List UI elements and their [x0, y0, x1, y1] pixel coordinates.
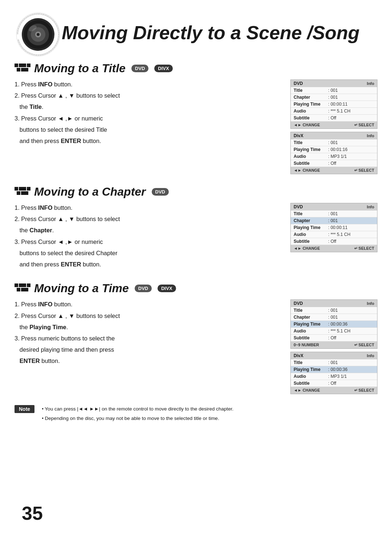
infobox-dvd-3-row-time: Playing Time : 00:00:36: [291, 321, 377, 328]
infobox-dvd-2-footer: ◄► CHANGE ↵ SELECT: [291, 245, 377, 252]
svg-rect-17: [19, 187, 23, 191]
infobox-dvd-2: DVD Info Title : 001 Chapter : 001 Playi…: [290, 203, 377, 252]
infobox-divx-3-type: DivX: [294, 353, 303, 358]
infobox-dvd-1-footer: ◄► CHANGE ↵ SELECT: [291, 122, 377, 128]
infobox-divx-3-row-audio: Audio : MP3 1/1: [291, 373, 377, 380]
svg-rect-25: [17, 288, 20, 291]
infobox-dvd-1-header: DVD Info: [291, 80, 377, 87]
badge-divx-1: DIVX: [154, 65, 172, 72]
infobox-divx-1-row-subtitle: Subtitle : Off: [291, 160, 377, 167]
svg-rect-19: [21, 191, 25, 195]
section-3-icon: [15, 283, 30, 294]
section-1-icon: [15, 64, 30, 74]
infobox-dvd-2-label: Info: [367, 205, 374, 209]
svg-rect-20: [23, 187, 26, 191]
section-3-title: Moving to a Time: [34, 282, 129, 295]
infobox-dvd-1-type: DVD: [294, 81, 303, 86]
section-2-title: Moving to a Chapter: [34, 185, 146, 199]
infobox-divx-1-row-audio: Audio : MP3 1/1: [291, 153, 377, 160]
infobox-dvd-3-label: Info: [367, 301, 374, 306]
infobox-dvd-1-row-subtitle: Subtitle : Off: [291, 115, 377, 122]
badge-dvd-1: DVD: [131, 65, 148, 72]
section-chapter: Moving to a Chapter DVD 1. Press INFO bu…: [15, 185, 377, 271]
section-3-text: 1. Press INFO button. 2. Press Cursor ▲ …: [15, 299, 279, 367]
page-number: 35: [22, 502, 43, 524]
badge-dvd-2: DVD: [152, 188, 169, 196]
section-1-text: 1. Press INFO button. 2. Press Cursor ▲ …: [15, 79, 279, 147]
infobox-divx-3-row-time: Playing Time : 00:00:36: [291, 366, 377, 373]
svg-rect-13: [23, 64, 26, 67]
infobox-divx-1-row-title: Title : 001: [291, 139, 377, 146]
section-1-header: Moving to a Title DVD DIVX: [15, 62, 377, 75]
svg-rect-21: [27, 187, 30, 191]
section-title: Moving to a Title DVD DIVX 1. Press INFO…: [15, 62, 377, 174]
section-2-header: Moving to a Chapter DVD: [15, 185, 377, 199]
infobox-dvd-3-footer: 0~9 NUMBER ↵ SELECT: [291, 342, 377, 348]
badge-dvd-3: DVD: [135, 285, 152, 292]
infobox-divx-3-footer: ◄► CHANGE ↵ SELECT: [291, 387, 377, 394]
infobox-divx-3-label: Info: [367, 354, 374, 358]
infobox-dvd-2-row-title: Title : 001: [291, 211, 377, 217]
infobox-dvd-1-row-chapter: Chapter : 001: [291, 94, 377, 101]
svg-rect-9: [15, 64, 18, 67]
infobox-dvd-3-row-audio: Audio : *** 5.1 CH: [291, 328, 377, 335]
note-section: Note • You can press |◄◄ ►►| on the remo…: [15, 405, 377, 424]
infobox-dvd-3-row-title: Title : 001: [291, 307, 377, 314]
infobox-dvd-1-row-audio: Audio : *** 5.1 CH: [291, 108, 377, 115]
section-3-body: 1. Press INFO button. 2. Press Cursor ▲ …: [15, 299, 377, 394]
svg-rect-22: [25, 191, 28, 195]
svg-rect-28: [27, 283, 30, 287]
infobox-dvd-3-row-subtitle: Subtitle : Off: [291, 335, 377, 342]
infobox-dvd-3-type: DVD: [294, 301, 303, 306]
svg-rect-15: [25, 68, 28, 72]
note-text: • You can press |◄◄ ►►| on the remote co…: [42, 405, 233, 424]
infobox-dvd-3-header: DVD Info: [291, 300, 377, 307]
section-2-icon: [15, 187, 30, 197]
svg-rect-10: [19, 64, 23, 67]
note-label: Note: [15, 405, 34, 413]
infobox-dvd-3-row-chapter: Chapter : 001: [291, 314, 377, 321]
infobox-dvd-2-row-subtitle: Subtitle : Off: [291, 238, 377, 245]
infobox-divx-1-row-time: Playing Time : 00:01:16: [291, 146, 377, 153]
section-3-infoboxes: DVD Info Title : 001 Chapter : 001 Playi…: [290, 299, 377, 394]
svg-rect-16: [15, 187, 18, 191]
infobox-dvd-3: DVD Info Title : 001 Chapter : 001 Playi…: [290, 299, 377, 349]
svg-rect-27: [23, 283, 26, 287]
page-title: Moving Directly to a Scene /Song: [62, 22, 360, 44]
main-content: Moving to a Title DVD DIVX 1. Press INFO…: [0, 58, 392, 431]
infobox-divx-1-label: Info: [367, 134, 374, 138]
disc-icon: 1010101010101010101010101010101010101010…: [15, 11, 58, 54]
infobox-dvd-1-row-time: Playing Time : 00:00:11: [291, 101, 377, 108]
infobox-divx-1: DivX Info Title : 001 Playing Time : 00:…: [290, 132, 377, 174]
svg-rect-23: [15, 283, 18, 287]
note-item-1: • You can press |◄◄ ►►| on the remote co…: [42, 405, 233, 413]
svg-rect-14: [27, 64, 30, 67]
infobox-dvd-2-row-time: Playing Time : 00:00:11: [291, 224, 377, 231]
section-2-infoboxes: DVD Info Title : 001 Chapter : 001 Playi…: [290, 203, 377, 252]
section-time: Moving to a Time DVD DIVX 1. Press INFO …: [15, 282, 377, 394]
infobox-dvd-2-type: DVD: [294, 204, 303, 209]
infobox-dvd-2-header: DVD Info: [291, 203, 377, 211]
infobox-divx-3-header: DivX Info: [291, 352, 377, 359]
infobox-divx-1-header: DivX Info: [291, 132, 377, 139]
section-2-body: 1. Press INFO button. 2. Press Cursor ▲ …: [15, 203, 377, 271]
section-1-title: Moving to a Title: [34, 62, 126, 75]
svg-rect-29: [25, 288, 28, 291]
note-item-2: • Depending on the disc, you may not be …: [42, 414, 233, 422]
infobox-dvd-1-row-title: Title : 001: [291, 87, 377, 94]
svg-rect-12: [21, 68, 25, 72]
infobox-divx-3-row-subtitle: Subtitle : Off: [291, 380, 377, 387]
badge-divx-3: DIVX: [158, 285, 176, 292]
svg-rect-11: [17, 68, 20, 72]
infobox-dvd-1: DVD Info Title : 001 Chapter : 001 Playi…: [290, 79, 377, 129]
infobox-dvd-1-label: Info: [367, 81, 374, 86]
svg-point-7: [37, 33, 40, 36]
infobox-divx-1-type: DivX: [294, 133, 303, 138]
page-header: 1010101010101010101010101010101010101010…: [0, 0, 392, 58]
svg-rect-26: [21, 288, 25, 291]
infobox-divx-1-footer: ◄► CHANGE ↵ SELECT: [291, 167, 377, 174]
infobox-divx-3-row-title: Title : 001: [291, 359, 377, 366]
section-2-text: 1. Press INFO button. 2. Press Cursor ▲ …: [15, 203, 279, 271]
infobox-divx-3: DivX Info Title : 001 Playing Time : 00:…: [290, 352, 377, 394]
section-1-body: 1. Press INFO button. 2. Press Cursor ▲ …: [15, 79, 377, 174]
